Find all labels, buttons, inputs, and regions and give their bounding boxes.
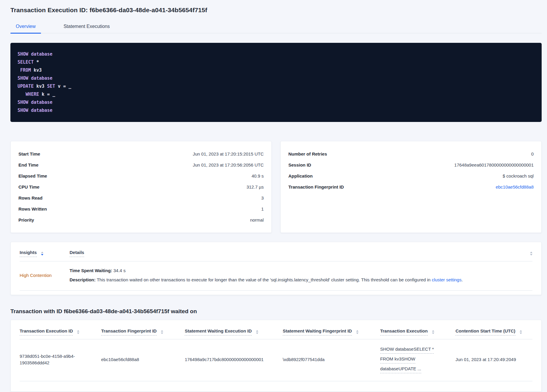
- column-header-transaction-execution[interactable]: Transaction Execution: [380, 328, 456, 339]
- sort-arrows-icon[interactable]: [41, 252, 43, 255]
- transaction-fingerprint-id-column-label[interactable]: Transaction Fingerprint ID: [101, 328, 157, 335]
- waited-transaction-fingerprint-id: ebc10ae56cfd88a8: [101, 356, 185, 363]
- insights-column-header[interactable]: Insights: [20, 250, 70, 257]
- page-title: Transaction Execution ID: f6be6366-da03-…: [10, 7, 542, 14]
- transaction-sql-statements-box: SHOW databaseSELECT * FROM kv3SHOW datab…: [10, 43, 542, 122]
- start-time-row: Start Time Jun 01, 2023 at 17:20:15:2015…: [18, 148, 264, 159]
- end-time-label: End Time: [18, 162, 38, 167]
- description-line: Description: This transaction waited on …: [70, 277, 532, 283]
- rows-read-row: Rows Read 3: [18, 192, 264, 203]
- end-time-value: Jun 01, 2023 at 17:20:56:2056 UTC: [193, 162, 264, 167]
- waited-on-section-heading: Transaction with ID f6be6366-da03-48de-a…: [10, 308, 542, 315]
- execution-summary-card: Start Time Jun 01, 2023 at 17:20:15:2015…: [10, 141, 272, 233]
- waited-on-table-header: Transaction Execution ID Transaction Fin…: [20, 324, 532, 339]
- start-time-value: Jun 01, 2023 at 17:20:15:2015 UTC: [193, 151, 264, 156]
- contention-start-time-value: Jun 01, 2023 at 17:20:49:2049: [455, 356, 532, 363]
- session-id-row: Session ID 17648a9eea6017800000000000000…: [288, 159, 534, 170]
- details-column-label[interactable]: Details: [70, 250, 84, 257]
- rows-read-label: Rows Read: [18, 195, 43, 200]
- sort-arrows-icon[interactable]: [530, 252, 532, 255]
- time-spent-waiting-value: 34.4 s: [114, 268, 126, 273]
- sort-arrows-icon[interactable]: [161, 330, 163, 334]
- end-time-row: End Time Jun 01, 2023 at 17:20:56:2056 U…: [18, 159, 264, 170]
- statement-waiting-execution-id: 176498a9c717bdc80000000000000001: [185, 356, 282, 363]
- rows-read-value: 3: [261, 195, 264, 200]
- transaction-fingerprint-label: Transaction Fingerprint ID: [288, 184, 344, 189]
- summary-cards-row: Start Time Jun 01, 2023 at 17:20:15:2015…: [10, 141, 542, 233]
- contention-start-time-column-label[interactable]: Contention Start Time (UTC): [455, 328, 515, 335]
- transaction-fingerprint-row: Transaction Fingerprint ID ebc10ae56cfd8…: [288, 181, 534, 192]
- sort-arrows-icon[interactable]: [520, 330, 522, 334]
- insights-table-card: Insights Details High Contention Time Sp…: [10, 242, 542, 295]
- retries-label: Number of Retries: [288, 151, 327, 156]
- column-header-statement-waiting-fingerprint-id[interactable]: Statement Waiting Fingerprint ID: [283, 328, 380, 339]
- waited-transaction-execution-id: 9738d051-bc0e-4158-a9b4-1903586ddd42: [20, 353, 101, 366]
- retries-row: Number of Retries 0: [288, 148, 534, 159]
- priority-value: normal: [250, 217, 264, 222]
- transaction-execution-line[interactable]: SHOW databaseSELECT *: [380, 346, 434, 354]
- description-label: Description:: [70, 277, 96, 282]
- time-spent-waiting-line: Time Spent Waiting: 34.4 s: [70, 267, 532, 274]
- transaction-execution-column-label[interactable]: Transaction Execution: [380, 328, 428, 335]
- retries-value: 0: [531, 151, 534, 156]
- table-bottom-spacer: [20, 381, 532, 386]
- rows-written-value: 1: [261, 206, 264, 211]
- column-header-statement-waiting-execution-id[interactable]: Statement Waiting Execution ID: [185, 328, 282, 339]
- session-summary-card: Number of Retries 0 Session ID 17648a9ee…: [280, 141, 542, 233]
- tab-bar: Overview Statement Executions: [10, 22, 542, 33]
- sort-arrows-icon[interactable]: [256, 330, 258, 334]
- sort-arrows-icon[interactable]: [356, 330, 359, 334]
- transaction-execution-line[interactable]: FROM kv3SHOW: [380, 356, 415, 363]
- elapsed-time-label: Elapsed Time: [18, 173, 47, 178]
- insights-column-label[interactable]: Insights: [20, 250, 37, 257]
- waited-on-table-card: Transaction Execution ID Transaction Fin…: [10, 320, 542, 392]
- session-id-value: 17648a9eea6017800000000000000001: [454, 162, 534, 167]
- description-text: This transaction waited on other transac…: [97, 277, 430, 282]
- cpu-time-value: 312.7 µs: [246, 184, 264, 189]
- waited-transaction-execution-link[interactable]: SHOW databaseSELECT * FROM kv3SHOW datab…: [380, 346, 456, 373]
- session-id-label: Session ID: [288, 162, 311, 167]
- column-header-transaction-execution-id[interactable]: Transaction Execution ID: [20, 328, 101, 339]
- application-label: Application: [288, 173, 313, 178]
- description-period: .: [461, 277, 463, 282]
- column-header-transaction-fingerprint-id[interactable]: Transaction Fingerprint ID: [101, 328, 185, 339]
- transaction-execution-page: Transaction Execution ID: f6be6366-da03-…: [0, 0, 547, 392]
- tab-overview[interactable]: Overview: [10, 22, 41, 33]
- column-header-contention-start-time[interactable]: Contention Start Time (UTC): [455, 328, 532, 339]
- sort-arrows-icon[interactable]: [432, 330, 434, 334]
- insights-table-header: Insights Details: [20, 247, 532, 261]
- statement-waiting-execution-id-column-label[interactable]: Statement Waiting Execution ID: [185, 328, 252, 335]
- sort-arrows-icon[interactable]: [77, 330, 79, 334]
- elapsed-time-row: Elapsed Time 40.9 s: [18, 170, 264, 181]
- time-spent-waiting-label: Time Spent Waiting:: [70, 268, 112, 273]
- transaction-execution-id-column-label[interactable]: Transaction Execution ID: [20, 328, 73, 335]
- rows-written-row: Rows Written 1: [18, 203, 264, 214]
- cpu-time-row: CPU Time 312.7 µs: [18, 181, 264, 192]
- cluster-settings-link[interactable]: cluster settings: [432, 277, 461, 282]
- insight-row-high-contention: High Contention Time Spent Waiting: 34.4…: [20, 261, 532, 291]
- transaction-execution-line[interactable]: databaseUPDATE ...: [380, 366, 421, 373]
- waited-on-table-row: 9738d051-bc0e-4158-a9b4-1903586ddd42 ebc…: [20, 339, 532, 381]
- application-row: Application $ cockroach sql: [288, 170, 534, 181]
- details-column-header[interactable]: Details: [70, 250, 526, 257]
- application-value: $ cockroach sql: [503, 173, 534, 178]
- statement-waiting-fingerprint-id: \xdb8922f077541dda: [283, 356, 380, 363]
- insight-details-cell: Time Spent Waiting: 34.4 s Description: …: [70, 267, 532, 283]
- tab-statement-executions[interactable]: Statement Executions: [58, 22, 115, 33]
- priority-row: Priority normal: [18, 214, 264, 225]
- elapsed-time-value: 40.9 s: [252, 173, 264, 178]
- high-contention-badge: High Contention: [20, 273, 70, 278]
- transaction-fingerprint-link[interactable]: ebc10ae56cfd88a8: [496, 184, 534, 189]
- cpu-time-label: CPU Time: [18, 184, 40, 189]
- rows-written-label: Rows Written: [18, 206, 47, 211]
- priority-label: Priority: [18, 217, 34, 222]
- statement-waiting-fingerprint-id-column-label[interactable]: Statement Waiting Fingerprint ID: [283, 328, 352, 335]
- start-time-label: Start Time: [18, 151, 40, 156]
